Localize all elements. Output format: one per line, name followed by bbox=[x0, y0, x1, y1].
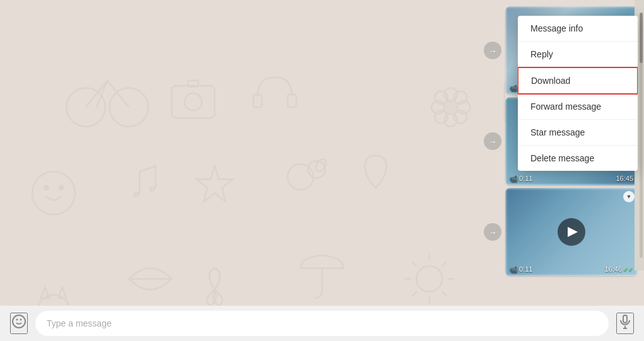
video-icon-3: 📹 bbox=[510, 266, 517, 273]
message-wrapper-3: → ▼ 📹 0:11 16:46 ✓✓ bbox=[484, 188, 638, 276]
time-value-3: 16:46 bbox=[604, 265, 622, 273]
message-input[interactable] bbox=[35, 311, 609, 336]
video-meta-3: 📹 0:11 bbox=[510, 265, 532, 273]
svg-rect-73 bbox=[623, 315, 627, 323]
video-duration-3: 0:11 bbox=[519, 265, 532, 273]
input-bar bbox=[0, 306, 644, 341]
context-menu-item-delete[interactable]: Delete message bbox=[518, 146, 638, 171]
svg-point-70 bbox=[13, 315, 25, 328]
scrollbar-track[interactable] bbox=[640, 13, 643, 258]
context-menu: Message info Reply Download Forward mess… bbox=[518, 16, 638, 171]
forward-arrow-3[interactable]: → bbox=[484, 223, 501, 241]
message-bubble-3: ▼ 📹 0:11 16:46 ✓✓ bbox=[505, 188, 638, 276]
context-menu-item-download[interactable]: Download bbox=[518, 67, 638, 95]
check-mark-3: ✓✓ bbox=[623, 266, 633, 273]
emoji-button[interactable] bbox=[10, 313, 28, 334]
chat-area: → 📹 0:10 16:44 → ▼ bbox=[0, 0, 644, 306]
forward-arrow-1[interactable]: → bbox=[484, 42, 501, 59]
forward-arrow-2[interactable]: → bbox=[484, 132, 501, 150]
context-menu-item-forward[interactable]: Forward message bbox=[518, 94, 638, 120]
time-value-2: 16:45 bbox=[616, 175, 633, 182]
video-duration-2: 0:11 bbox=[519, 175, 532, 182]
dropdown-chevron-3[interactable]: ▼ bbox=[623, 191, 635, 202]
video-icon-1: 📹 bbox=[510, 84, 517, 91]
video-icon-2: 📹 bbox=[510, 175, 517, 182]
context-menu-item-reply[interactable]: Reply bbox=[518, 42, 638, 67]
video-meta-2: 📹 0:11 bbox=[510, 175, 532, 182]
timestamp-3: 16:46 ✓✓ bbox=[604, 265, 633, 273]
mic-button[interactable] bbox=[616, 313, 634, 334]
play-button-3[interactable] bbox=[558, 218, 585, 246]
context-menu-item-message-info[interactable]: Message info bbox=[518, 16, 638, 42]
context-menu-item-star[interactable]: Star message bbox=[518, 120, 638, 146]
scrollbar-thumb[interactable] bbox=[640, 13, 643, 63]
timestamp-2: 16:45 bbox=[616, 175, 633, 182]
